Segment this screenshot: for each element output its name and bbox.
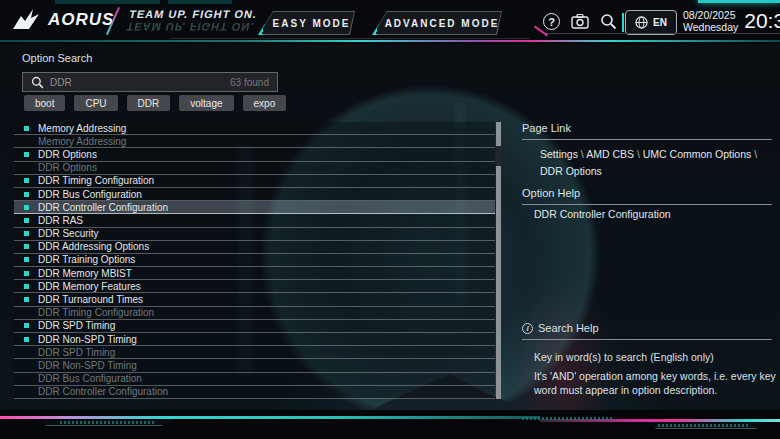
match-bullet (24, 126, 29, 131)
match-bullet (24, 337, 29, 342)
search-query-text: DDR (50, 77, 224, 88)
search-tag-expo[interactable]: expo (243, 95, 287, 111)
search-tag-cpu[interactable]: CPU (74, 95, 117, 111)
brand-text: AORUS (48, 10, 114, 30)
option-help-text: DDR Controller Configuration (534, 208, 671, 220)
result-row[interactable]: DDR Bus Configuration (14, 188, 495, 201)
match-bullet (24, 218, 29, 223)
match-bullet (24, 231, 29, 236)
breadcrumb-separator: \ (634, 148, 643, 160)
screenshot-camera-icon[interactable] (571, 13, 589, 30)
slogan-block: TEAM UP. FIGHT ON. TEAM UP. FIGHT ON. (125, 8, 258, 33)
result-row[interactable]: DDR Controller Configuration (14, 386, 495, 399)
match-bullet (24, 257, 29, 262)
result-row[interactable]: DDR Timing Configuration (14, 175, 495, 188)
match-bullet (24, 297, 29, 302)
result-row[interactable]: DDR Turnaround Times (14, 293, 495, 306)
result-label: DDR Memory Features (38, 281, 141, 292)
result-row[interactable]: DDR Non-SPD Timing (14, 333, 495, 346)
result-label: DDR Training Options (38, 254, 135, 265)
result-row[interactable]: DDR Addressing Options (14, 241, 495, 254)
result-row[interactable]: DDR Bus Configuration (14, 373, 495, 386)
match-bullet (24, 244, 29, 249)
breadcrumb-separator: \ (751, 148, 757, 160)
search-tag-list: bootCPUDDRvoltageexpo (24, 95, 286, 111)
result-label: DDR Non-SPD Timing (38, 334, 137, 345)
search-help-line1: Key in word(s) to search (English only) (534, 351, 714, 363)
slogan-reflection: TEAM UP. FIGHT ON. (125, 21, 255, 33)
result-label: DDR Timing Configuration (38, 175, 154, 186)
breadcrumb-item[interactable]: Settings (540, 148, 578, 160)
breadcrumb: Settings \ AMD CBS \ UMC Common Options … (540, 146, 774, 180)
result-label: DDR SPD Timing (38, 320, 115, 331)
decorative-microtext (60, 421, 155, 424)
result-label: DDR SPD Timing (38, 347, 115, 358)
match-bullet (24, 192, 29, 197)
decorative-microtext (658, 424, 750, 427)
search-help-header: i Search Help (522, 322, 772, 340)
breadcrumb-item[interactable]: AMD CBS (586, 148, 634, 160)
result-label: DDR Bus Configuration (38, 189, 142, 200)
result-row[interactable]: DDR Security (14, 228, 495, 241)
tab-label: ADVANCED MODE (375, 18, 500, 29)
search-tag-boot[interactable]: boot (24, 95, 65, 111)
breadcrumb-item[interactable]: DDR Options (540, 165, 602, 177)
info-icon: i (522, 323, 533, 334)
search-results: Memory AddressingMemory AddressingDDR Op… (14, 122, 495, 399)
decorative-bar (168, 0, 232, 4)
result-label: DDR Addressing Options (38, 241, 149, 252)
result-label: Memory Addressing (38, 136, 126, 147)
result-label: DDR Controller Configuration (38, 386, 168, 397)
breadcrumb-separator: \ (578, 148, 586, 160)
match-bullet (24, 205, 29, 210)
decorative-line (545, 33, 780, 34)
result-row[interactable]: DDR SPD Timing (14, 346, 495, 359)
result-row[interactable]: DDR Training Options (14, 254, 495, 267)
tab-advanced-mode[interactable]: ADVANCED MODE (372, 11, 502, 35)
result-row[interactable]: Memory Addressing (14, 135, 495, 148)
result-row[interactable]: DDR SPD Timing (14, 320, 495, 333)
language-label: EN (653, 17, 667, 28)
search-help-title: Search Help (538, 322, 599, 334)
result-label: DDR Timing Configuration (38, 307, 154, 318)
datetime-block: 08/20/2025 Wednesday 20:33 (683, 9, 780, 33)
match-bullet (24, 152, 29, 157)
bottom-bar (0, 410, 780, 439)
slogan-text: TEAM UP. FIGHT ON. (128, 8, 258, 20)
match-bullet (24, 178, 29, 183)
result-row[interactable]: DDR Controller Configuration (14, 201, 495, 214)
bottom-gradient-left (0, 416, 540, 419)
search-tag-voltage[interactable]: voltage (179, 95, 233, 111)
help-icon[interactable]: ? (543, 13, 560, 30)
search-input[interactable]: DDR 63 found (22, 72, 278, 92)
result-row[interactable]: DDR Memory Features (14, 280, 495, 293)
scrollbar-thumb[interactable] (496, 146, 501, 166)
decorative-bar (698, 0, 780, 3)
result-row[interactable]: DDR Memory MBIST (14, 267, 495, 280)
result-row[interactable]: Memory Addressing (14, 122, 495, 135)
result-label: DDR Options (38, 162, 97, 173)
result-row[interactable]: DDR Options (14, 148, 495, 161)
page-link-header: Page Link (522, 122, 772, 140)
option-search-label: Option Search (22, 52, 92, 64)
aorus-logo: AORUS (12, 7, 114, 33)
language-button[interactable]: EN (625, 10, 677, 35)
match-bullet (24, 323, 29, 328)
result-label: DDR Options (38, 149, 97, 160)
result-row[interactable]: DDR Non-SPD Timing (14, 359, 495, 372)
tab-easy-mode[interactable]: EASY MODE (258, 11, 355, 35)
match-bullet (24, 271, 29, 276)
result-row[interactable]: DDR Options (14, 162, 495, 175)
result-label: DDR Memory MBIST (38, 268, 132, 279)
breadcrumb-item[interactable]: UMC Common Options (643, 148, 752, 160)
result-label: DDR RAS (38, 215, 83, 226)
header-gradient-line (0, 40, 780, 42)
result-row[interactable]: DDR RAS (14, 214, 495, 227)
results-scrollbar[interactable] (496, 122, 501, 399)
result-row[interactable]: DDR Timing Configuration (14, 307, 495, 320)
tab-label: EASY MODE (263, 18, 351, 29)
globe-icon (635, 16, 648, 29)
search-icon[interactable] (600, 13, 617, 30)
decorative-microtext (522, 417, 614, 420)
search-tag-ddr[interactable]: DDR (127, 95, 171, 111)
